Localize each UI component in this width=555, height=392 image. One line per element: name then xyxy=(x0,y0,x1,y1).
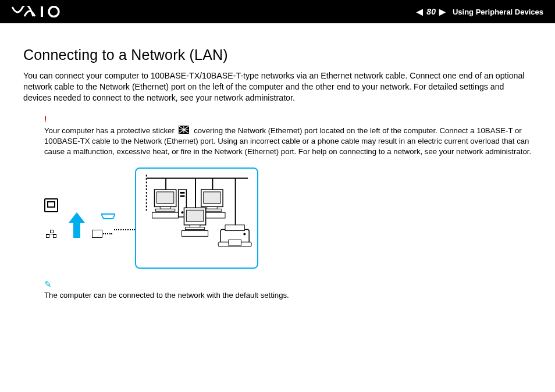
svg-rect-14 xyxy=(152,212,179,218)
diagram-row xyxy=(44,168,532,269)
note-icon: ✎ xyxy=(44,279,532,290)
svg-rect-16 xyxy=(180,192,185,194)
warning-text-before: Your computer has a protective sticker xyxy=(44,126,176,135)
section-label[interactable]: Using Peripheral Devices xyxy=(453,8,543,16)
svg-rect-32 xyxy=(229,240,241,245)
network-diagram xyxy=(135,168,258,269)
svg-rect-11 xyxy=(156,192,173,204)
svg-point-1 xyxy=(49,7,59,17)
ethernet-port-icon xyxy=(44,198,58,212)
intro-paragraph: You can connect your computer to 100BASE… xyxy=(23,70,532,104)
svg-rect-0 xyxy=(41,6,43,17)
svg-point-18 xyxy=(182,211,184,213)
svg-marker-3 xyxy=(101,214,115,219)
svg-rect-17 xyxy=(180,195,185,197)
svg-rect-27 xyxy=(185,227,204,230)
warning-text: Your computer has a protective sticker c… xyxy=(44,126,532,158)
svg-point-33 xyxy=(243,233,246,236)
svg-rect-28 xyxy=(182,231,208,237)
vaio-logo xyxy=(12,6,64,17)
lan-icon xyxy=(46,230,56,238)
svg-rect-26 xyxy=(190,225,200,227)
svg-rect-25 xyxy=(186,210,203,222)
note-block: ✎ The computer can be connected to the n… xyxy=(44,279,532,300)
sticker-icon xyxy=(179,126,189,137)
note-text: The computer can be connected to the net… xyxy=(44,291,532,300)
page-title: Connecting to a Network (LAN) xyxy=(23,47,532,63)
dotted-connector xyxy=(114,229,135,230)
page-number: 80 xyxy=(426,7,436,16)
up-arrow-icon xyxy=(69,210,85,238)
page-content: Connecting to a Network (LAN) You can co… xyxy=(0,23,555,300)
header-right: ◀ 80 ▶ Using Peripheral Devices xyxy=(417,7,543,16)
prev-page-arrow[interactable]: ◀ xyxy=(417,7,423,16)
page-header: ◀ 80 ▶ Using Peripheral Devices xyxy=(0,0,555,23)
svg-rect-20 xyxy=(204,192,220,204)
svg-rect-13 xyxy=(155,209,175,211)
next-page-arrow[interactable]: ▶ xyxy=(439,7,446,16)
warning-symbol: ! xyxy=(44,115,532,123)
page-nav[interactable]: ◀ 80 ▶ xyxy=(417,7,446,16)
warning-block: ! Your computer has a protective sticker… xyxy=(44,115,532,158)
svg-rect-12 xyxy=(160,206,170,209)
svg-rect-21 xyxy=(207,206,218,209)
svg-rect-30 xyxy=(225,225,244,231)
connector-top-icon xyxy=(101,213,114,218)
cable-plug-icon xyxy=(92,230,102,238)
diagram-left-icons xyxy=(44,198,114,238)
